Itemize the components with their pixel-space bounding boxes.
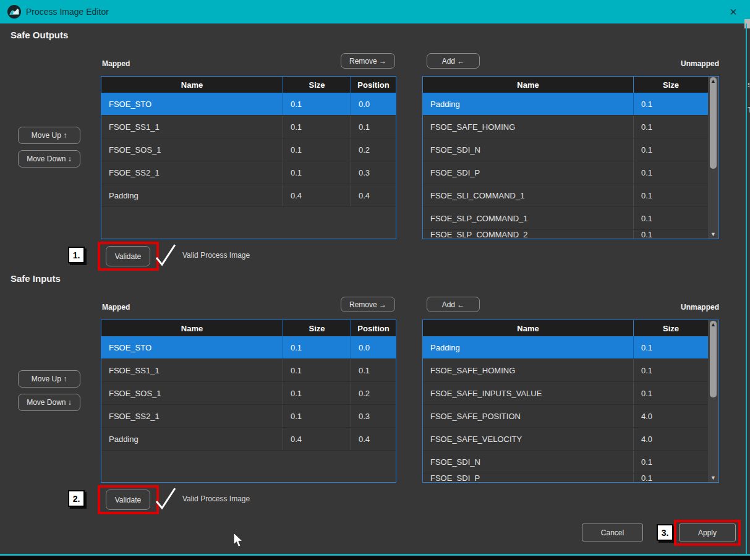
valid-check-icon (154, 486, 177, 511)
cell-name: FSOE_SAFE_POSITION (423, 405, 634, 427)
column-header[interactable]: Size (634, 77, 708, 93)
cell-name: FSOE_SS1_1 (101, 359, 283, 381)
move-up-button[interactable]: Move Up ↑ (18, 127, 80, 144)
cell-name: FSOE_STO (101, 93, 283, 115)
column-header[interactable]: Size (283, 77, 351, 93)
column-header[interactable]: Position (351, 320, 396, 336)
cell-name: FSOE_SS2_1 (101, 161, 283, 184)
edge-clipped-text: T (748, 105, 750, 114)
table-row[interactable]: FSOE_SAFE_HOMING0.1 (423, 359, 708, 382)
column-header[interactable]: Size (634, 320, 708, 336)
cell-size: 0.1 (634, 116, 708, 138)
table-row[interactable]: FSOE_SDI_P0.1 (423, 161, 708, 184)
valid-status-text: Valid Process Image (182, 251, 250, 260)
remove-button[interactable]: Remove → (341, 297, 395, 312)
cell-name: FSOE_SDI_N (423, 138, 634, 161)
cell-name: FSOE_STO (101, 336, 283, 358)
table-row[interactable]: FSOE_SAFE_HOMING0.1 (423, 116, 708, 138)
cell-position: 0.3 (351, 161, 396, 184)
cell-size: 0.1 (634, 382, 708, 404)
cell-size: 4.0 (634, 428, 708, 450)
cell-position: 0.4 (351, 428, 396, 450)
scrollbar-thumb[interactable] (710, 77, 717, 169)
table-row[interactable]: FSOE_SAFE_POSITION4.0 (423, 405, 708, 428)
mapped-label: Mapped (102, 59, 130, 68)
validate-button[interactable]: Validate (106, 490, 150, 510)
screen-bottom-strip (0, 556, 750, 560)
column-header[interactable]: Name (101, 77, 283, 93)
move-down-button[interactable]: Move Down ↓ (18, 394, 80, 411)
annotation-step-2: 2. (68, 490, 85, 507)
table-row[interactable]: Padding0.40.4 (101, 184, 396, 207)
move-down-button[interactable]: Move Down ↓ (18, 150, 80, 168)
cell-size: 0.1 (634, 451, 708, 473)
table-row[interactable]: FSOE_SDI_N0.1 (423, 138, 708, 161)
background-window-border (746, 23, 747, 554)
table-row[interactable]: Padding0.1 (423, 336, 708, 359)
cell-size: 0.1 (634, 359, 708, 381)
table-row[interactable]: FSOE_SLP_COMMAND_10.1 (423, 207, 708, 230)
column-header[interactable]: Position (351, 77, 396, 93)
cell-name: Padding (101, 184, 283, 206)
section-safe-outputs: Safe Outputs Mapped Remove → Add ← Unmap… (0, 23, 744, 267)
add-button[interactable]: Add ← (427, 297, 480, 312)
column-header[interactable]: Name (101, 320, 283, 336)
cell-size: 0.4 (283, 184, 351, 206)
table-row[interactable]: FSOE_STO0.10.0 (101, 93, 396, 116)
titlebar[interactable]: Process Image Editor × (0, 0, 750, 23)
table-header: NameSize (423, 320, 708, 336)
scroll-up-icon[interactable]: ▲ (708, 78, 718, 84)
scrollbar[interactable]: ▲ ▼ (708, 320, 718, 482)
table-row[interactable]: FSOE_SS2_10.10.3 (101, 161, 396, 184)
column-header[interactable]: Size (283, 320, 351, 336)
cell-name: FSOE_SLP_COMMAND_1 (423, 207, 634, 229)
column-header[interactable]: Name (423, 77, 634, 93)
column-header[interactable]: Name (423, 320, 634, 336)
window-title: Process Image Editor (26, 0, 109, 23)
table-row[interactable]: FSOE_SDI_P0.1 (423, 473, 708, 483)
cell-position: 0.2 (351, 138, 396, 161)
table-header: NameSizePosition (101, 320, 396, 336)
scroll-up-icon[interactable]: ▲ (708, 321, 718, 328)
cell-name: FSOE_SAFE_VELOCITY (423, 428, 634, 450)
table-row[interactable]: FSOE_SAFE_VELOCITY4.0 (423, 428, 708, 451)
table-row[interactable]: FSOE_SAFE_INPUTS_VALUE0.1 (423, 382, 708, 405)
cell-size: 0.1 (283, 336, 351, 358)
remove-button[interactable]: Remove → (341, 53, 395, 69)
scrollbar[interactable]: ▲ ▼ (708, 77, 718, 239)
table-row[interactable]: FSOE_SS2_10.10.3 (101, 405, 396, 428)
scrollbar-thumb[interactable] (710, 321, 717, 397)
cell-position: 0.4 (351, 184, 396, 206)
valid-status-text: Valid Process Image (182, 494, 250, 503)
app-logo-icon (7, 5, 21, 19)
mapped-table: NameSizePosition FSOE_STO0.10.0FSOE_SS1_… (101, 320, 396, 483)
table-row[interactable]: Padding0.40.4 (101, 428, 396, 451)
table-row[interactable]: FSOE_SOS_10.10.2 (101, 382, 396, 405)
table-row[interactable]: FSOE_SS1_10.10.1 (101, 116, 396, 138)
move-up-button[interactable]: Move Up ↑ (18, 370, 80, 388)
valid-check-icon (154, 242, 177, 267)
cell-size: 0.1 (283, 93, 351, 115)
validate-button[interactable]: Validate (106, 246, 150, 266)
table-row[interactable]: Padding0.1 (423, 93, 708, 116)
add-button[interactable]: Add ← (427, 53, 480, 69)
scroll-down-icon[interactable]: ▼ (708, 475, 718, 481)
cancel-button[interactable]: Cancel (582, 524, 643, 541)
scroll-down-icon[interactable]: ▼ (708, 231, 718, 237)
apply-button[interactable]: Apply (679, 524, 736, 541)
cell-size: 0.1 (283, 116, 351, 138)
close-icon[interactable]: × (723, 0, 744, 23)
table-row[interactable]: FSOE_SOS_10.10.2 (101, 138, 396, 161)
table-row[interactable]: FSOE_SLP_COMMAND_20.1 (423, 230, 708, 239)
section-heading: Safe Inputs (11, 273, 61, 284)
cell-name: FSOE_SDI_P (423, 161, 634, 184)
cell-name: FSOE_SLP_COMMAND_2 (423, 230, 634, 239)
mouse-cursor (233, 533, 244, 549)
cell-name: FSOE_SS1_1 (101, 116, 283, 138)
table-row[interactable]: FSOE_SS1_10.10.1 (101, 359, 396, 382)
table-row[interactable]: FSOE_SDI_N0.1 (423, 451, 708, 473)
table-row[interactable]: FSOE_SLI_COMMAND_10.1 (423, 184, 708, 207)
table-row[interactable]: FSOE_STO0.10.0 (101, 336, 396, 359)
cell-size: 0.1 (634, 336, 708, 358)
cell-size: 0.1 (634, 138, 708, 161)
